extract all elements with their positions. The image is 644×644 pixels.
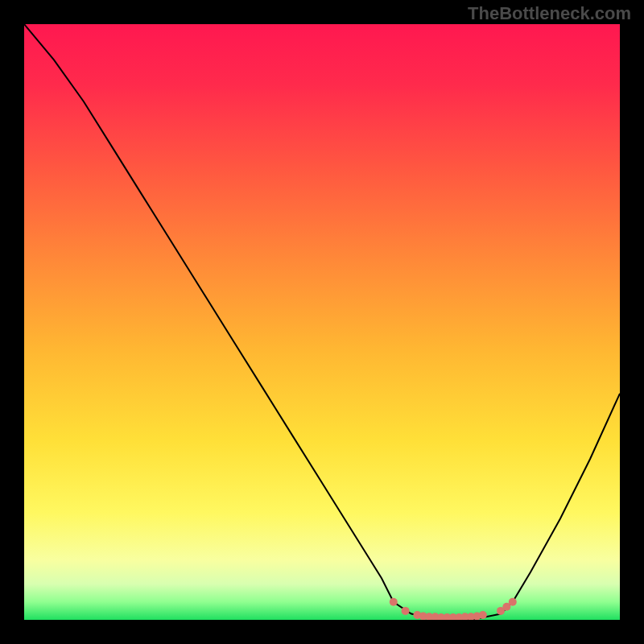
- watermark-text: TheBottleneck.com: [468, 3, 631, 24]
- gradient-background: [24, 24, 620, 620]
- marker-point: [479, 611, 487, 619]
- chart-svg: [24, 24, 620, 620]
- marker-point: [509, 598, 517, 606]
- marker-point: [402, 607, 410, 615]
- chart-container: TheBottleneck.com: [0, 0, 644, 644]
- plot-area: [24, 24, 620, 620]
- marker-point: [390, 598, 398, 606]
